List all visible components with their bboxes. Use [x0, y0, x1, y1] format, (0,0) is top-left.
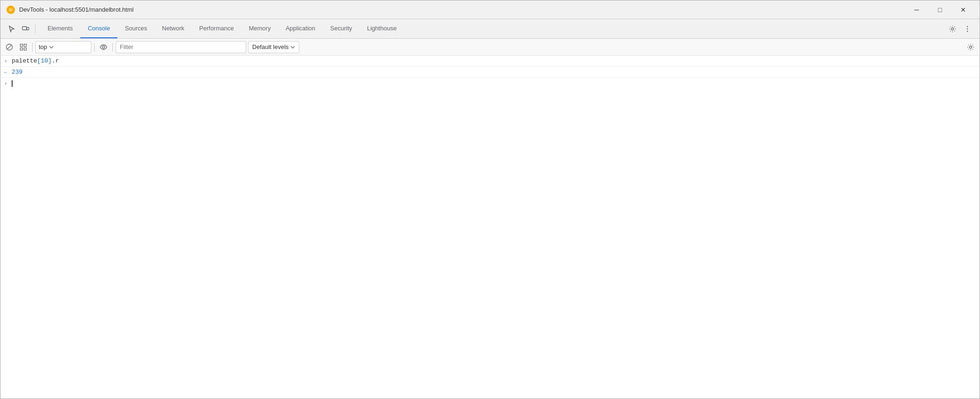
tab-performance[interactable]: Performance: [192, 19, 241, 38]
toolbar-divider: [35, 24, 35, 34]
svg-rect-11: [24, 44, 27, 46]
devtools-icon: [6, 5, 15, 14]
tab-console[interactable]: Console: [80, 19, 117, 38]
svg-point-14: [103, 46, 105, 48]
console-prompt[interactable]: ›: [0, 78, 980, 89]
tab-application[interactable]: Application: [278, 19, 323, 38]
clear-console-button[interactable]: [3, 41, 15, 53]
output-arrow-icon: ←: [4, 69, 12, 75]
devtools-window: DevTools - localhost:5501/mandelbrot.htm…: [0, 0, 980, 399]
device-toggle-button[interactable]: [19, 22, 32, 35]
cursor-blink: [12, 80, 13, 87]
title-bar: DevTools - localhost:5501/mandelbrot.htm…: [0, 0, 980, 19]
svg-rect-10: [21, 44, 23, 46]
svg-point-15: [970, 46, 972, 48]
inspect-element-button[interactable]: [5, 22, 18, 35]
svg-point-5: [967, 26, 968, 27]
live-expression-button[interactable]: [97, 41, 110, 53]
tab-elements[interactable]: Elements: [40, 19, 80, 38]
console-output-value: 239: [12, 69, 976, 76]
minimize-button[interactable]: ─: [906, 2, 927, 17]
console-toolbar: top Default levels: [0, 39, 980, 56]
window-title: DevTools - localhost:5501/mandelbrot.htm…: [19, 6, 906, 13]
svg-rect-3: [27, 28, 29, 30]
context-selector[interactable]: top: [35, 41, 91, 53]
svg-rect-13: [24, 48, 27, 50]
window-controls: ─ □ ✕: [906, 2, 974, 17]
svg-point-4: [952, 28, 954, 30]
tab-bar: Elements Console Sources Network Perform…: [0, 19, 980, 39]
tab-bar-right: [942, 19, 978, 38]
tab-memory[interactable]: Memory: [242, 19, 278, 38]
console-settings-button[interactable]: [965, 41, 977, 53]
svg-point-1: [9, 8, 13, 12]
svg-point-7: [967, 30, 968, 31]
tab-lighthouse[interactable]: Lighthouse: [359, 19, 404, 38]
console-entry-output: ← 239: [0, 67, 980, 78]
svg-rect-2: [22, 27, 27, 30]
toolbar-divider-3: [112, 43, 113, 51]
console-input-text: palette[10].r: [12, 57, 976, 64]
expand-button[interactable]: [17, 41, 29, 53]
svg-rect-12: [21, 48, 23, 50]
tab-bar-tools: [2, 19, 40, 38]
restore-button[interactable]: □: [929, 2, 951, 17]
input-arrow-icon: ›: [4, 57, 12, 64]
tab-sources[interactable]: Sources: [117, 19, 155, 38]
prompt-caret-icon: ›: [4, 81, 12, 86]
settings-button[interactable]: [946, 22, 959, 35]
tab-network[interactable]: Network: [155, 19, 192, 38]
toolbar-divider-2: [94, 43, 95, 51]
toolbar-divider-1: [32, 43, 33, 51]
default-levels-button[interactable]: Default levels: [248, 41, 299, 53]
close-button[interactable]: ✕: [952, 2, 974, 17]
console-entry-input: › palette[10].r: [0, 56, 980, 67]
svg-point-6: [967, 28, 968, 29]
tab-security[interactable]: Security: [323, 19, 359, 38]
main-tabs: Elements Console Sources Network Perform…: [40, 19, 942, 38]
console-output: › palette[10].r ← 239 ›: [0, 56, 980, 399]
more-menu-button[interactable]: [961, 22, 974, 35]
filter-input[interactable]: [116, 41, 246, 53]
svg-line-9: [7, 45, 11, 49]
